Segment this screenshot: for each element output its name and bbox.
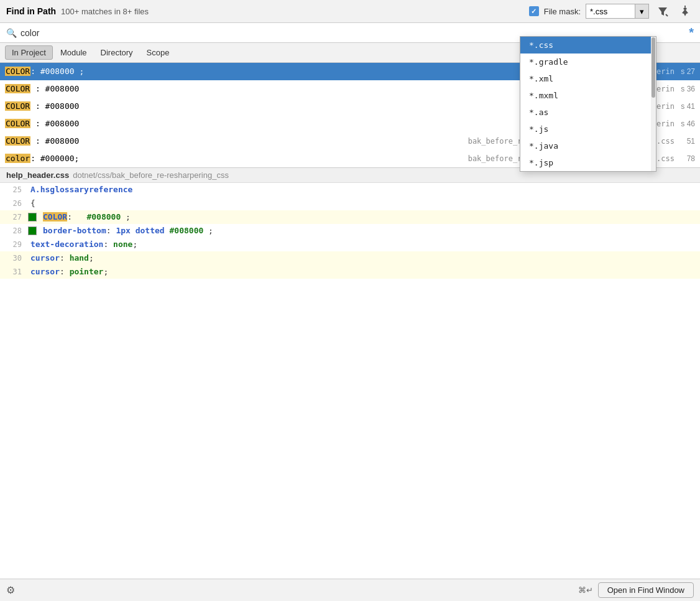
keyword-highlight: COLOR: [5, 136, 30, 146]
result-content: COLOR : #008000: [5, 81, 562, 97]
line-number: 29: [0, 238, 28, 251]
dropdown-arrow-button[interactable]: ▾: [635, 4, 649, 19]
dropdown-item-xml[interactable]: *.xml: [520, 70, 656, 87]
code-line-27: 27 COLOR: #008000 ;: [0, 210, 700, 224]
code-line-30: 30 cursor: hand;: [0, 251, 700, 265]
code-content: cursor: hand;: [28, 251, 700, 265]
file-mask-dropdown: *.css *.gradle *.xml *.mxml *.as *.js *.…: [520, 36, 656, 172]
svg-marker-0: [658, 7, 667, 16]
file-mask-input-group: ▾: [586, 4, 649, 19]
code-line-25: 25 A.hsglossaryreference: [0, 183, 700, 197]
code-line-26: 26 {: [0, 197, 700, 210]
dropdown-item-mxml[interactable]: *.mxml: [520, 87, 656, 104]
main-panel: Find in Path 100+ matches in 8+ files Fi…: [0, 0, 700, 601]
code-content: text-decoration: none;: [28, 238, 700, 251]
dropdown-item-jsp[interactable]: *.jsp: [520, 154, 656, 171]
pin-icon[interactable]: [676, 4, 694, 19]
code-line-28: 28 border-bottom: 1px dotted #008000 ;: [0, 224, 700, 238]
result-lineno: s 41: [679, 98, 695, 114]
result-lineno: 51: [679, 133, 695, 149]
result-lineno: 78: [679, 151, 695, 167]
result-content: COLOR : #008000: [5, 98, 562, 114]
panel-title: Find in Path: [6, 6, 56, 16]
tab-scope[interactable]: Scope: [140, 46, 176, 59]
dropdown-scrollbar-thumb: [652, 37, 655, 98]
preview-filename: help_header.css: [6, 170, 69, 180]
code-content: COLOR: #008000 ;: [40, 210, 700, 224]
open-in-find-window-button[interactable]: Open in Find Window: [598, 582, 694, 598]
keyword-highlight: COLOR: [5, 119, 30, 128]
code-content: border-bottom: 1px dotted #008000 ;: [40, 224, 700, 238]
bottom-bar: ⚙ ⌘↵ Open in Find Window: [0, 579, 700, 601]
dropdown-item-as[interactable]: *.as: [520, 104, 656, 121]
dropdown-item-js[interactable]: *.js: [520, 121, 656, 137]
line-number: 25: [0, 183, 28, 197]
preview-filepath: dotnet/css/bak_before_re-resharpering_cs…: [73, 170, 229, 180]
result-lineno: s 27: [679, 63, 695, 80]
dropdown-item-gradle[interactable]: *.gradle: [520, 54, 656, 70]
line-number: 26: [0, 197, 28, 210]
file-mask-label: File mask:: [544, 7, 581, 16]
line-number: 31: [0, 265, 28, 279]
keyword-highlight: COLOR: [5, 67, 30, 76]
code-content: A.hsglossaryreference: [28, 183, 700, 197]
regex-star-icon[interactable]: *: [689, 26, 694, 40]
tab-in-project[interactable]: In Project: [5, 45, 53, 60]
result-content: COLOR : #008000: [5, 133, 468, 149]
chevron-down-icon: ▾: [640, 7, 644, 16]
header: Find in Path 100+ matches in 8+ files Fi…: [0, 0, 700, 23]
code-line-29: 29 text-decoration: none;: [0, 238, 700, 251]
code-preview: help_header.css dotnet/css/bak_before_re…: [0, 168, 700, 579]
keyboard-shortcut: ⌘↵: [578, 585, 593, 595]
dropdown-item-css[interactable]: *.css: [520, 37, 656, 54]
tab-module[interactable]: Module: [54, 46, 93, 59]
search-icon: 🔍: [6, 28, 17, 38]
code-content: cursor: pointer;: [28, 265, 700, 279]
settings-icon[interactable]: ⚙: [6, 584, 15, 596]
keyword-highlight: color: [5, 154, 30, 163]
line-number: 27: [0, 210, 28, 224]
filter-icon[interactable]: [654, 4, 671, 19]
dropdown-item-java[interactable]: *.java: [520, 137, 656, 154]
line-number: 28: [0, 224, 28, 238]
file-mask-checkbox[interactable]: [529, 6, 539, 16]
result-content: COLOR: #008000 ;: [5, 63, 562, 80]
match-count: 100+ matches in 8+ files: [61, 7, 149, 16]
result-lineno: s 46: [679, 116, 695, 132]
tab-directory[interactable]: Directory: [94, 46, 139, 59]
color-swatch-27: [28, 213, 37, 221]
line-number: 30: [0, 251, 28, 265]
dropdown-scrollbar: [651, 37, 656, 171]
keyword-highlight: COLOR: [5, 84, 30, 93]
color-swatch-28: [28, 226, 37, 235]
svg-line-1: [666, 14, 668, 16]
keyword-highlight: COLOR: [5, 101, 30, 111]
code-content: {: [28, 197, 700, 210]
file-mask-input[interactable]: [586, 4, 635, 19]
code-line-31: 31 cursor: pointer;: [0, 265, 700, 279]
result-lineno: s 36: [679, 81, 695, 97]
result-content: color: #000000;: [5, 151, 468, 167]
result-content: COLOR : #008000: [5, 116, 562, 132]
